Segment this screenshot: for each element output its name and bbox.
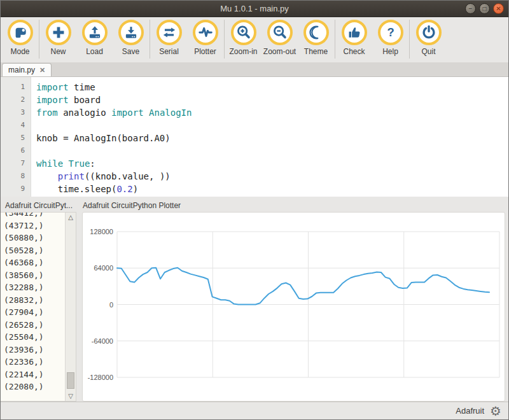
line-number: 5 [1,132,25,144]
line-number: 6 [1,144,25,157]
code-line: time.sleep(0.2) [36,183,508,195]
power-icon [416,20,442,45]
zoom-in-icon [231,20,256,45]
serial-scrollbar[interactable]: △ ▽ [65,213,76,401]
panel-headers: Adafruit CircuitPyt... Adafruit CircuitP… [1,199,508,212]
y-axis-tick-label: 64000 [94,264,113,272]
zoom-in-button[interactable]: Zoom-in [225,20,261,56]
y-axis-tick-label: 128000 [90,228,113,235]
plotter-panel: 128000640000-64000-128000 [82,212,505,402]
code-line: from analogio import AnalogIn [36,106,508,119]
thumbs-up-icon [342,20,367,45]
toolbar: Mode New Load Save Serial Plotter Zoom-i… [1,17,508,62]
code-editor: 123456789 import timeimport boardfrom an… [1,77,508,197]
new-file-icon [46,20,71,45]
check-button[interactable]: Check [336,20,372,56]
line-number: 7 [1,157,25,170]
toolbar-label: Quit [421,47,435,56]
code-line [36,144,508,157]
tab-label: main.py [8,66,35,74]
toolbar-separator [335,20,335,59]
line-number: 8 [1,170,25,183]
zoom-out-button[interactable]: Zoom-out [261,20,298,56]
y-axis-tick-label: -64000 [92,337,113,345]
mode-button[interactable]: Mode [2,20,38,56]
line-number-gutter: 123456789 [1,77,31,197]
plotter-panel-title: Adafruit CircuitPython Plotter [83,201,181,210]
tab-main-py[interactable]: main.py ✕ [2,63,52,76]
line-number: 1 [1,81,25,94]
serial-output-panel[interactable]: (34412,)(43712,)(50880,)(50528,)(46368,)… [1,212,76,402]
theme-button[interactable]: Theme [298,20,334,56]
titlebar: Mu 1.0.1 - main.py − □ ✕ [1,1,508,17]
close-button[interactable]: ✕ [493,3,504,14]
serial-button[interactable]: Serial [151,20,187,56]
quit-button[interactable]: Quit [410,20,447,56]
code-line [36,119,508,132]
code-line: print((knob.value, )) [36,170,508,183]
moon-icon [303,20,329,45]
upload-icon [82,20,108,45]
toolbar-label: Zoom-in [229,47,257,56]
line-number: 2 [1,94,25,106]
toolbar-label: Mode [10,47,29,56]
load-button[interactable]: Load [76,20,113,56]
bottom-panels: (34412,)(43712,)(50880,)(50528,)(46368,)… [1,212,508,402]
zoom-out-icon [267,20,293,45]
window-controls: − □ ✕ [465,3,504,14]
toolbar-label: Save [122,47,139,56]
toolbar-label: Load [86,47,103,56]
pulse-icon [193,20,218,45]
toolbar-label: Check [343,47,365,56]
scrollbar-thumb[interactable] [67,372,74,389]
scroll-down-icon[interactable]: ▽ [66,393,76,400]
question-mark-icon: ? [378,20,403,45]
toolbar-separator [150,20,150,59]
code-area[interactable]: import timeimport boardfrom analogio imp… [31,77,508,197]
svg-text:?: ? [387,25,394,39]
minimize-button[interactable]: − [465,3,476,14]
maximize-button[interactable]: □ [479,3,490,14]
y-axis-tick-label: 0 [109,301,113,309]
download-icon [118,20,144,45]
plot-line [117,268,489,305]
code-line: while True: [36,157,508,170]
y-axis-tick-label: -128000 [88,374,113,381]
toolbar-label: Serial [159,47,179,56]
toolbar-label: Theme [304,47,328,56]
new-button[interactable]: New [40,20,76,56]
serial-panel-title: Adafruit CircuitPyt... [1,201,76,210]
gear-icon[interactable]: ⚙ [490,405,501,417]
code-line: import board [36,94,508,106]
plotter-button[interactable]: Plotter [187,20,223,56]
panel-gap [76,212,82,402]
mu-editor-window: Mu 1.0.1 - main.py − □ ✕ Mode New Load S… [0,0,509,420]
toolbar-separator [39,20,39,59]
plotter-chart: 128000640000-64000-128000 [83,213,505,401]
line-number: 9 [1,183,25,195]
code-line: import time [36,81,508,94]
line-number: 3 [1,106,25,119]
status-bar: Adafruit ⚙ [1,402,508,419]
tab-bar: main.py ✕ [1,62,508,77]
toolbar-separator [409,20,410,59]
help-button[interactable]: ? Help [372,20,408,56]
toolbar-label: New [50,47,66,56]
mode-indicator-label: Adafruit [456,406,484,416]
mode-icon [8,20,33,45]
code-line: knob = AnalogIn(board.A0) [36,132,508,144]
scroll-up-icon[interactable]: △ [66,214,76,221]
serial-arrows-icon [157,20,182,45]
save-button[interactable]: Save [113,20,149,56]
tab-close-icon[interactable]: ✕ [39,66,45,74]
toolbar-label: Zoom-out [263,47,296,56]
toolbar-separator [224,20,225,59]
window-title: Mu 1.0.1 - main.py [220,4,289,13]
toolbar-label: Help [382,47,398,56]
toolbar-label: Plotter [194,47,216,56]
line-number: 4 [1,119,25,132]
